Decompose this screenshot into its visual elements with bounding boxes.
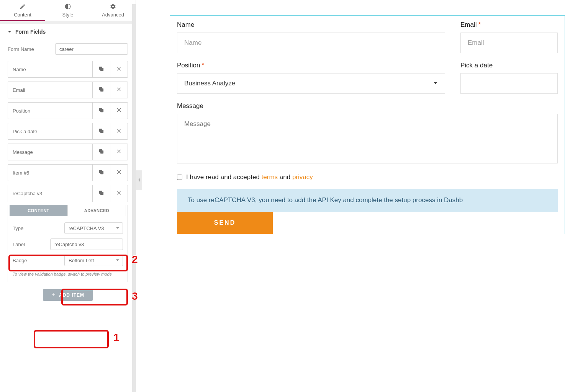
type-select[interactable]: reCAPTCHA V3 bbox=[64, 222, 123, 234]
remove-button[interactable] bbox=[110, 123, 128, 139]
duplicate-button[interactable] bbox=[92, 123, 110, 139]
svg-rect-6 bbox=[100, 108, 102, 111]
sidebar-scrollbar[interactable] bbox=[132, 4, 136, 392]
required-asterisk: * bbox=[201, 62, 204, 69]
tab-advanced[interactable]: Advanced bbox=[90, 0, 136, 21]
field-item-name[interactable]: Name bbox=[8, 61, 128, 78]
remove-button[interactable] bbox=[110, 82, 128, 98]
svg-rect-4 bbox=[100, 87, 102, 90]
duplicate-button[interactable] bbox=[92, 82, 110, 98]
field-item-label: Message bbox=[8, 144, 92, 160]
form-name-row: Form Name bbox=[0, 39, 136, 59]
accept-checkbox[interactable] bbox=[177, 175, 182, 180]
form-name-input[interactable] bbox=[55, 43, 128, 55]
duplicate-button[interactable] bbox=[92, 165, 110, 181]
plus-icon bbox=[51, 292, 56, 298]
field-item-message[interactable]: Message bbox=[8, 144, 128, 160]
label-input[interactable] bbox=[50, 238, 123, 250]
tab-label: Content bbox=[14, 12, 31, 18]
caret-down-icon bbox=[8, 29, 11, 35]
add-item-button[interactable]: ADD ITEM bbox=[43, 289, 93, 301]
remove-button[interactable] bbox=[110, 185, 128, 202]
name-label: Name bbox=[177, 21, 445, 29]
copy-icon bbox=[98, 87, 104, 94]
badge-select[interactable]: Bottom Left bbox=[64, 255, 123, 266]
tab-label: Advanced bbox=[102, 12, 124, 18]
fields-list: Name Email Position Pick a date Message … bbox=[0, 59, 136, 202]
remove-button[interactable] bbox=[110, 144, 128, 160]
email-input[interactable] bbox=[460, 33, 558, 53]
subtab-advanced[interactable]: ADVANCED bbox=[67, 205, 126, 216]
copy-icon bbox=[98, 169, 104, 176]
form-preview: Name Email* Position * Business Analyze … bbox=[170, 15, 565, 234]
field-item-label: reCaptcha v3 bbox=[8, 185, 92, 202]
recaptcha-alert: To use reCAPTCHA V3, you need to add the… bbox=[177, 189, 558, 212]
label-label: Label bbox=[13, 242, 50, 247]
duplicate-button[interactable] bbox=[92, 103, 110, 119]
chevron-left-icon bbox=[138, 177, 141, 184]
name-input[interactable] bbox=[177, 33, 445, 53]
pencil-icon bbox=[20, 3, 26, 11]
close-icon bbox=[116, 107, 122, 114]
duplicate-button[interactable] bbox=[92, 185, 110, 202]
form-name-label: Form Name bbox=[8, 46, 55, 52]
type-value: reCAPTCHA V3 bbox=[69, 225, 104, 231]
field-item-label: Position bbox=[8, 103, 92, 119]
contrast-icon bbox=[65, 3, 71, 11]
pick-a-date-label: Pick a date bbox=[460, 62, 558, 69]
collapse-sidebar-handle[interactable] bbox=[136, 170, 142, 190]
position-select[interactable]: Business Analyze bbox=[177, 73, 445, 94]
position-label: Position * bbox=[177, 62, 445, 69]
remove-button[interactable] bbox=[110, 165, 128, 181]
close-icon bbox=[116, 87, 122, 94]
recaptcha-expanded-panel: CONTENT ADVANCED Type reCAPTCHA V3 Label… bbox=[8, 205, 128, 282]
field-item-email[interactable]: Email bbox=[8, 82, 128, 98]
tab-content[interactable]: Content bbox=[0, 0, 45, 21]
subtab-content[interactable]: CONTENT bbox=[10, 205, 67, 216]
duplicate-button[interactable] bbox=[92, 61, 110, 77]
terms-link[interactable]: terms bbox=[262, 173, 278, 181]
copy-icon bbox=[98, 190, 104, 197]
field-item-item6[interactable]: Item #6 bbox=[8, 164, 128, 181]
field-item-label: Pick a date bbox=[8, 123, 92, 139]
field-item-position[interactable]: Position bbox=[8, 102, 128, 119]
position-value: Business Analyze bbox=[184, 80, 235, 87]
field-item-label: Item #6 bbox=[8, 165, 92, 181]
chevron-down-icon bbox=[116, 225, 120, 231]
svg-rect-14 bbox=[100, 191, 102, 194]
pick-a-date-input[interactable] bbox=[460, 73, 558, 94]
tab-label: Style bbox=[62, 12, 74, 18]
svg-rect-12 bbox=[100, 170, 102, 173]
field-item-label: Email bbox=[8, 82, 92, 98]
send-button[interactable]: SEND bbox=[177, 212, 273, 234]
close-icon bbox=[116, 128, 122, 135]
close-icon bbox=[116, 66, 122, 73]
add-item-label: ADD ITEM bbox=[59, 292, 84, 298]
duplicate-button[interactable] bbox=[92, 144, 110, 160]
remove-button[interactable] bbox=[110, 61, 128, 77]
svg-rect-2 bbox=[100, 67, 102, 69]
copy-icon bbox=[98, 107, 104, 114]
remove-button[interactable] bbox=[110, 103, 128, 119]
field-item-recaptcha[interactable]: reCaptcha v3 bbox=[8, 185, 128, 202]
copy-icon bbox=[98, 66, 104, 73]
section-form-fields-header[interactable]: Form Fields bbox=[0, 24, 136, 39]
label-row: Label bbox=[8, 236, 128, 252]
chevron-down-icon bbox=[116, 258, 120, 263]
type-row: Type reCAPTCHA V3 bbox=[8, 220, 128, 236]
message-label: Message bbox=[177, 102, 558, 110]
message-textarea[interactable] bbox=[177, 114, 558, 163]
gear-icon bbox=[110, 3, 116, 11]
tab-style[interactable]: Style bbox=[45, 0, 90, 21]
field-item-pick-a-date[interactable]: Pick a date bbox=[8, 123, 128, 140]
section-title: Form Fields bbox=[15, 29, 46, 35]
sidebar: Content Style Advanced Form Fields Form … bbox=[0, 0, 136, 392]
field-subtabs: CONTENT ADVANCED bbox=[10, 205, 126, 216]
accept-text: I have read and accepted terms and priva… bbox=[186, 173, 313, 181]
close-icon bbox=[116, 149, 122, 156]
privacy-link[interactable]: privacy bbox=[292, 173, 313, 181]
badge-value: Bottom Left bbox=[69, 258, 94, 263]
svg-rect-10 bbox=[100, 149, 102, 152]
top-tabs-bar: Content Style Advanced bbox=[0, 0, 136, 21]
close-icon bbox=[116, 169, 122, 176]
